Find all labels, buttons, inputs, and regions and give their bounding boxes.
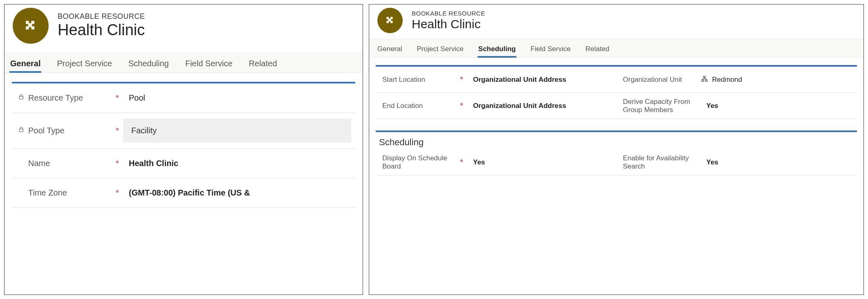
tab-project-service[interactable]: Project Service xyxy=(416,39,464,57)
required-marker: * xyxy=(116,93,123,103)
value-display-on-board: Yes xyxy=(467,155,612,170)
svg-rect-2 xyxy=(703,76,705,78)
value-end-location: Organizational Unit Address xyxy=(467,99,612,113)
value-derive-capacity: Yes xyxy=(701,99,853,113)
value-org-unit[interactable]: Redmond xyxy=(712,72,853,87)
label-resource-type: Resource Type xyxy=(28,93,83,103)
scheduling-settings-card: Scheduling Display On Schedule Board * Y… xyxy=(376,130,857,180)
record-eyebrow: BOOKABLE RESOURCE xyxy=(412,10,485,17)
value-time-zone: (GMT-08:00) Pacific Time (US & xyxy=(123,185,351,201)
value-pool-type: Facility xyxy=(123,119,351,143)
tab-field-service[interactable]: Field Service xyxy=(529,39,571,57)
scheduling-location-card: Start Location * Organizational Unit Add… xyxy=(376,65,857,123)
panel-scheduling: BOOKABLE RESOURCE Health Clinic General … xyxy=(369,4,864,295)
tab-general[interactable]: General xyxy=(377,39,403,57)
tab-project-service[interactable]: Project Service xyxy=(56,53,113,72)
tabbar: General Project Service Scheduling Field… xyxy=(369,39,864,58)
tab-field-service[interactable]: Field Service xyxy=(184,53,233,72)
section-title-scheduling: Scheduling xyxy=(376,132,857,149)
record-avatar xyxy=(13,8,49,44)
svg-rect-1 xyxy=(20,129,23,132)
record-header: BOOKABLE RESOURCE Health Clinic xyxy=(369,4,864,33)
svg-rect-4 xyxy=(705,80,707,81)
svg-rect-3 xyxy=(702,80,704,81)
field-derive-capacity[interactable]: Derive Capacity From Group Members Yes xyxy=(617,93,857,119)
field-end-location[interactable]: End Location * Organizational Unit Addre… xyxy=(376,93,617,119)
value-start-location: Organizational Unit Address xyxy=(467,72,612,87)
required-marker: * xyxy=(116,126,123,135)
label-display-on-board: Display On Schedule Board xyxy=(382,154,460,171)
panel-general: BOOKABLE RESOURCE Health Clinic General … xyxy=(4,4,363,295)
field-resource-type[interactable]: Resource Type * Pool xyxy=(12,83,355,113)
tab-related[interactable]: Related xyxy=(248,53,278,72)
label-start-location: Start Location xyxy=(382,76,425,84)
tab-scheduling[interactable]: Scheduling xyxy=(478,39,517,57)
tab-general[interactable]: General xyxy=(9,53,41,72)
tabbar: General Project Service Scheduling Field… xyxy=(4,53,363,73)
label-derive-capacity: Derive Capacity From Group Members xyxy=(623,98,701,114)
tab-scheduling[interactable]: Scheduling xyxy=(128,53,170,72)
field-time-zone[interactable]: Time Zone * (GMT-08:00) Pacific Time (US… xyxy=(12,178,355,208)
value-name: Health Clinic xyxy=(123,155,351,171)
general-form-card: Resource Type * Pool Pool Type * Facilit… xyxy=(12,82,355,212)
svg-rect-0 xyxy=(20,97,23,99)
label-org-unit: Organizational Unit xyxy=(623,76,682,84)
field-enable-search[interactable]: Enable for Availability Search Yes xyxy=(617,149,857,175)
field-name[interactable]: Name * Health Clinic xyxy=(12,149,355,178)
field-org-unit[interactable]: Organizational Unit Redmond xyxy=(617,67,857,93)
required-marker: * xyxy=(460,101,467,110)
label-enable-search: Enable for Availability Search xyxy=(623,154,701,171)
lock-icon xyxy=(18,93,25,103)
record-eyebrow: BOOKABLE RESOURCE xyxy=(58,12,145,21)
field-display-on-board[interactable]: Display On Schedule Board * Yes xyxy=(376,149,617,175)
tab-related[interactable]: Related xyxy=(585,39,610,57)
title-block: BOOKABLE RESOURCE Health Clinic xyxy=(412,10,485,31)
org-tree-icon xyxy=(701,75,708,84)
record-title: Health Clinic xyxy=(58,21,145,40)
required-marker: * xyxy=(116,188,123,198)
label-time-zone: Time Zone xyxy=(28,188,67,198)
required-marker: * xyxy=(460,157,467,167)
puzzle-icon xyxy=(23,18,38,33)
label-end-location: End Location xyxy=(382,102,423,110)
label-name: Name xyxy=(28,159,50,168)
field-start-location[interactable]: Start Location * Organizational Unit Add… xyxy=(376,67,617,93)
required-marker: * xyxy=(460,75,467,84)
puzzle-icon xyxy=(385,15,395,26)
record-header: BOOKABLE RESOURCE Health Clinic xyxy=(4,4,363,44)
lock-icon xyxy=(18,126,25,135)
record-avatar xyxy=(377,8,403,33)
required-marker: * xyxy=(116,159,123,168)
record-title: Health Clinic xyxy=(412,17,485,31)
field-pool-type[interactable]: Pool Type * Facility xyxy=(12,113,355,149)
value-resource-type: Pool xyxy=(123,90,351,106)
value-enable-search: Yes xyxy=(701,155,853,170)
title-block: BOOKABLE RESOURCE Health Clinic xyxy=(58,12,145,40)
label-pool-type: Pool Type xyxy=(28,126,65,135)
